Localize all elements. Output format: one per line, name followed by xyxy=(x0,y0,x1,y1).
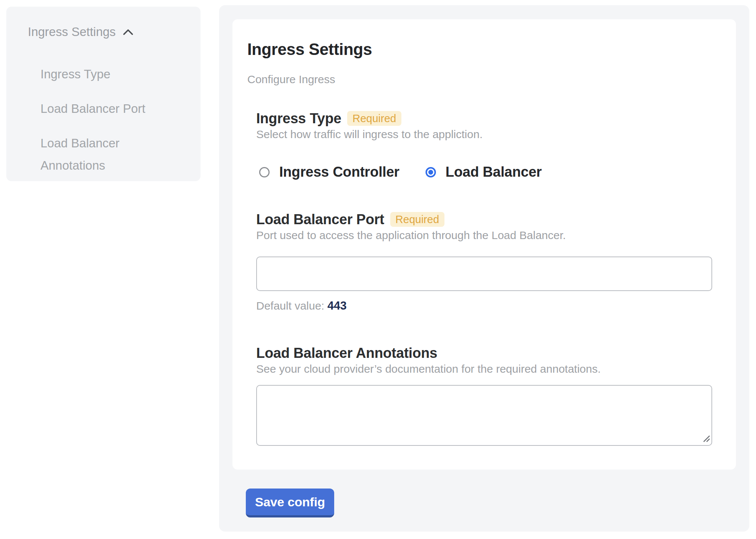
default-value-number: 443 xyxy=(328,299,347,312)
radio-label-load-balancer: Load Balancer xyxy=(446,164,542,180)
section-description: See your cloud provider’s documentation … xyxy=(256,363,712,375)
default-value-label: Default value: xyxy=(256,300,324,312)
radio-load-balancer-icon[interactable] xyxy=(426,167,436,177)
default-value-row: Default value: 443 xyxy=(256,299,712,313)
section-ingress-type: Ingress Type Required Select how traffic… xyxy=(247,111,721,180)
save-config-button[interactable]: Save config xyxy=(246,489,334,517)
sidebar-item-load-balancer-annotations[interactable]: Load Balancer Annotations xyxy=(40,132,180,177)
load-balancer-annotations-textarea[interactable] xyxy=(256,385,712,446)
radio-label-ingress-controller: Ingress Controller xyxy=(279,164,400,180)
page-subtitle: Configure Ingress xyxy=(247,73,721,86)
section-description: Port used to access the application thro… xyxy=(256,229,712,241)
sidebar-nav: Ingress Type Load Balancer Port Load Bal… xyxy=(40,63,192,177)
sidebar-item-ingress-type[interactable]: Ingress Type xyxy=(40,63,180,85)
section-description: Select how traffic will ingress to the a… xyxy=(256,128,712,140)
section-title-load-balancer-annotations: Load Balancer Annotations xyxy=(256,346,437,360)
section-title-load-balancer-port: Load Balancer Port xyxy=(256,212,384,227)
required-badge: Required xyxy=(347,111,401,126)
radio-option-load-balancer[interactable]: Load Balancer xyxy=(426,164,542,180)
sidebar-item-load-balancer-port[interactable]: Load Balancer Port xyxy=(40,98,180,120)
load-balancer-port-input[interactable] xyxy=(256,257,712,291)
radio-option-ingress-controller[interactable]: Ingress Controller xyxy=(259,164,400,180)
sidebar-group-label: Ingress Settings xyxy=(28,23,116,41)
ingress-type-radio-group: Ingress Controller Load Balancer xyxy=(256,164,712,180)
sidebar: Ingress Settings Ingress Type Load Balan… xyxy=(6,7,201,181)
sidebar-group-ingress-settings[interactable]: Ingress Settings xyxy=(28,23,192,41)
section-load-balancer-port: Load Balancer Port Required Port used to… xyxy=(247,212,721,313)
page-title: Ingress Settings xyxy=(247,40,721,59)
section-title-ingress-type: Ingress Type xyxy=(256,111,341,126)
required-badge: Required xyxy=(390,212,444,227)
radio-ingress-controller-icon[interactable] xyxy=(259,167,270,177)
main-panel: Ingress Settings Configure Ingress Ingre… xyxy=(219,5,749,532)
ingress-settings-card: Ingress Settings Configure Ingress Ingre… xyxy=(232,19,736,470)
section-load-balancer-annotations: Load Balancer Annotations See your cloud… xyxy=(247,346,721,446)
chevron-up-icon xyxy=(123,28,134,36)
